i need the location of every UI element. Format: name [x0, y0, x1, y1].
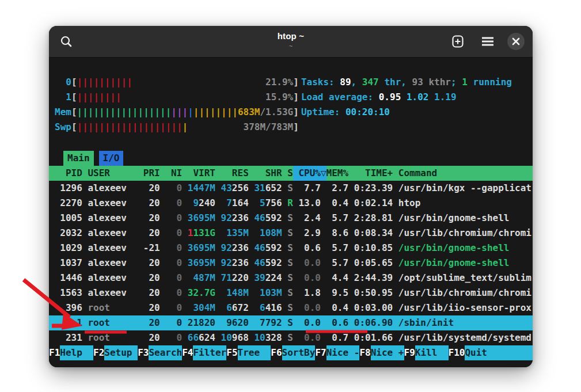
meter-bars: |||||||||| 21.9%: [77, 77, 294, 87]
process-row-1[interactable]: 1 root2002182096207792 S0.0 0.60:06.90 /…: [49, 315, 533, 330]
column-header-cmd[interactable]: Command: [398, 166, 533, 181]
cell-shr: 46592: [249, 256, 282, 271]
cell-mem: 0.4: [326, 196, 349, 211]
cell-user: alexeev: [88, 226, 143, 241]
column-header-pri[interactable]: PRI: [143, 166, 160, 181]
cell-mem: 5.7: [326, 256, 349, 271]
cell-gap3: [393, 211, 398, 226]
cell-s: S: [287, 330, 293, 345]
fkey-f5[interactable]: F5Tree: [226, 345, 271, 360]
cell-user: alexeev: [88, 271, 143, 286]
fkey-f2[interactable]: F2Setup: [93, 345, 138, 360]
cpu-meter-1: 1[|||||||| 15.9%]: [55, 90, 299, 105]
fkey-label: Search: [149, 345, 182, 360]
column-header-cpu[interactable]: CPU%: [293, 166, 321, 181]
fkey-key: F5: [226, 345, 237, 360]
cell-cmd: /usr/bin/gnome-shell: [398, 241, 533, 256]
cell-mem: 5.7: [326, 211, 349, 226]
fkey-f7[interactable]: F7Nice -: [315, 345, 359, 360]
process-row-1037[interactable]: 1037 alexeev2003695M9223646592 S0.0 5.70…: [49, 256, 533, 271]
fkey-f6[interactable]: F6SortBy: [271, 345, 315, 360]
cell-pri: 20: [143, 256, 160, 271]
cell-gap2: [282, 241, 288, 256]
fkey-key: F6: [271, 345, 282, 360]
cell-gap1: [82, 196, 88, 211]
search-button[interactable]: [56, 31, 77, 52]
cell-gap3: [393, 286, 398, 300]
load-average-stat: Load average: 0.95 1.02 1.19: [301, 90, 512, 105]
process-row-1563[interactable]: 1563 alexeev20032.7G148M103M S1.8 9.50:5…: [49, 286, 533, 300]
column-header-user[interactable]: USER: [88, 166, 143, 181]
process-table-header: PIDUSERPRINIVIRTRESSHRSCPU%▽MEM%TIME+Com…: [49, 166, 533, 181]
process-row-1446[interactable]: 1446 alexeev200487M7122039224 S0.0 4.42:…: [49, 271, 533, 286]
cell-pid: 2032: [49, 226, 82, 241]
process-row-2032[interactable]: 2032 alexeev2001131G135M108M S2.9 8.60:0…: [49, 226, 533, 241]
column-header-time[interactable]: TIME+: [348, 166, 393, 181]
cell-shr: 5756: [249, 196, 282, 211]
cell-cpu: 7.7: [293, 181, 321, 196]
cell-cpu: 0.0: [293, 300, 321, 315]
meter-close-bracket: ]: [293, 77, 299, 87]
cell-time: 0:23.39: [348, 181, 393, 196]
fkey-key: F2: [93, 345, 104, 360]
process-row-396[interactable]: 396 root200304M66726416 S0.0 0.40:03.00 …: [49, 300, 533, 315]
cell-res: 135M: [215, 226, 249, 241]
cell-sort: [321, 196, 326, 211]
cell-gap3: [393, 300, 398, 315]
page: { "window": { "title": "htop ~", "subtit…: [0, 0, 581, 392]
tab-main[interactable]: Main: [63, 151, 94, 166]
cell-cmd: /usr/lib/iio-sensor-prox: [398, 300, 533, 315]
column-header-sort[interactable]: ▽: [321, 166, 326, 181]
fkey-label: Filter: [193, 345, 226, 360]
cell-ni: 0: [160, 211, 183, 226]
fkey-f8[interactable]: F8Nice +: [359, 345, 404, 360]
column-header-s[interactable]: S: [287, 166, 293, 181]
new-tab-button[interactable]: [447, 31, 468, 52]
meter-label: 1: [55, 90, 71, 105]
column-header-ni[interactable]: NI: [160, 166, 183, 181]
column-header-res[interactable]: RES: [215, 166, 249, 181]
cell-s: R: [287, 196, 293, 211]
fkey-key: F10: [449, 345, 465, 360]
column-header-shr[interactable]: SHR: [249, 166, 282, 181]
cell-pri: 20: [143, 315, 160, 330]
cell-gap2: [282, 315, 288, 330]
close-button[interactable]: [507, 33, 525, 50]
fkey-f10[interactable]: F10Quit: [449, 345, 533, 360]
cell-virt: 32.7G: [182, 286, 215, 300]
fkey-f4[interactable]: F4Filter: [182, 345, 226, 360]
column-header-virt[interactable]: VIRT: [182, 166, 215, 181]
cell-cmd: /usr/bin/kgx --gapplicat: [398, 181, 533, 196]
cell-gap1: [82, 256, 88, 271]
fkey-key: F3: [138, 345, 149, 360]
process-row-1029[interactable]: 1029 alexeev-2103695M9223646592 S0.6 5.7…: [49, 241, 533, 256]
red-bars: ||||||||||: [77, 77, 132, 87]
titlebar[interactable]: htop ~ ~: [49, 26, 533, 58]
process-row-1296[interactable]: 1296 alexeev2001447M4325631652 S7.7 2.70…: [49, 181, 533, 196]
cell-gap3: [393, 241, 398, 256]
fkey-f1[interactable]: F1Help: [49, 345, 93, 360]
cell-gap2: [282, 256, 288, 271]
cell-time: 0:01.66: [348, 330, 393, 345]
cell-gap2: [282, 226, 288, 241]
column-header-mem[interactable]: MEM%: [326, 166, 349, 181]
column-header-gap3: [393, 166, 398, 181]
column-header-pid[interactable]: PID: [49, 166, 82, 181]
tab-io[interactable]: I/O: [99, 151, 124, 166]
cell-gap1: [82, 211, 88, 226]
process-row-2270[interactable]: 2270 alexeev200924071645756 R13.0 0.40:0…: [49, 196, 533, 211]
menu-button[interactable]: [477, 31, 498, 52]
process-row-1005[interactable]: 1005 alexeev2003695M9223646592 S2.4 5.72…: [49, 211, 533, 226]
cell-ni: 0: [160, 241, 183, 256]
cell-res: 92236: [215, 211, 249, 226]
meter-label: Swp: [55, 120, 71, 135]
search-icon: [60, 35, 73, 48]
cell-s: S: [287, 241, 293, 256]
cell-cpu: 0.6: [293, 241, 321, 256]
meter-open-bracket: [: [71, 106, 77, 117]
process-row-231[interactable]: 231 root200666241096810328 S0.0 0.70:01.…: [49, 330, 533, 345]
fkey-f3[interactable]: F3Search: [138, 345, 182, 360]
fkey-f9[interactable]: F9Kill: [404, 345, 449, 360]
cell-user: root: [88, 300, 143, 315]
cell-time: 2:28.81: [348, 211, 393, 226]
